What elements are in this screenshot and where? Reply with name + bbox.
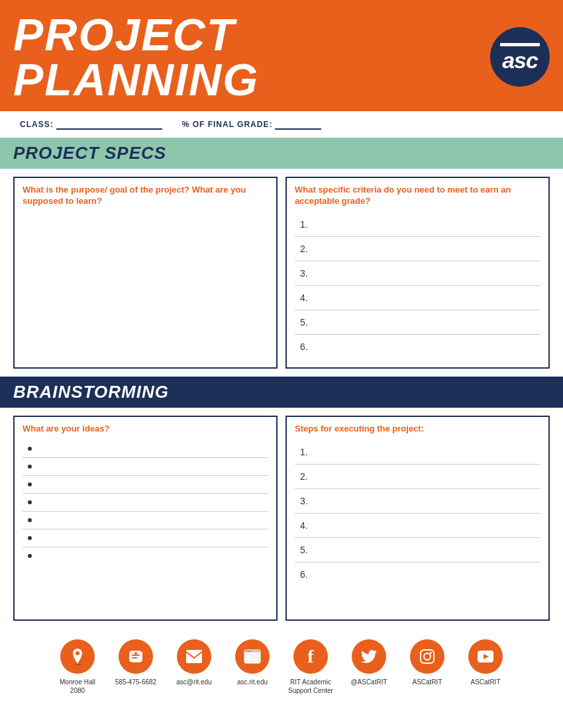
ideas-box-title: What are your ideas? — [23, 424, 268, 435]
list-item: 2. — [295, 237, 540, 261]
phone-icon — [119, 639, 153, 674]
list-item: 4. — [295, 514, 540, 538]
list-item: 3. — [295, 261, 540, 286]
steps-list: 1. 2. 3. 4. 5. 6. — [295, 440, 540, 586]
svg-rect-4 — [132, 657, 137, 659]
footer-label-youtube: ASCatRIT — [470, 678, 500, 686]
list-item: 6. — [295, 335, 540, 359]
grade-label: % OF FINAL GRADE: — [182, 120, 273, 129]
email-icon — [177, 639, 211, 674]
list-item — [23, 440, 268, 458]
ideas-box: What are your ideas? — [13, 416, 278, 621]
asc-logo: asc — [490, 27, 550, 87]
bullet-dot — [28, 500, 32, 504]
logo-text: asc — [502, 49, 538, 71]
project-specs-columns: What is the purpose/ goal of the project… — [13, 177, 550, 369]
list-item — [23, 458, 268, 476]
list-item — [23, 494, 268, 512]
facebook-icon: f — [293, 639, 328, 674]
svg-point-5 — [134, 652, 137, 655]
list-item: 1. — [295, 212, 540, 237]
criteria-list: 1. 2. 3. 4. 5. 6. — [295, 212, 540, 359]
steps-box: Steps for executing the project: 1. 2. 3… — [285, 416, 550, 621]
footer-label-location: Monroe Hall2080 — [60, 678, 95, 695]
bullet-dot — [28, 447, 32, 451]
bullet-dot — [28, 465, 32, 469]
purpose-box-title: What is the purpose/ goal of the project… — [23, 185, 268, 207]
list-item — [23, 529, 268, 547]
footer-item-youtube: ASCatRIT — [462, 639, 509, 686]
logo-bar — [500, 43, 540, 46]
svg-point-1 — [76, 651, 79, 655]
page-title: PROJECT PLANNING — [13, 12, 490, 102]
location-icon — [60, 639, 95, 674]
svg-point-10 — [248, 651, 249, 652]
svg-rect-13 — [247, 655, 251, 660]
bullet-dot — [28, 554, 32, 558]
class-underline — [56, 119, 162, 130]
svg-rect-3 — [132, 655, 140, 656]
svg-rect-14 — [252, 655, 258, 657]
bullet-dot — [28, 518, 32, 522]
purpose-box: What is the purpose/ goal of the project… — [13, 177, 278, 369]
youtube-icon — [468, 639, 503, 674]
criteria-box: What specific criteria do you need to me… — [285, 177, 550, 369]
project-specs-left-col: What is the purpose/ goal of the project… — [13, 177, 278, 369]
footer-label-phone: 585-475-6682 — [115, 678, 156, 686]
footer-item-twitter: @ASCatRIT — [346, 639, 392, 686]
brainstorming-columns: What are your ideas? Steps for executing… — [13, 416, 550, 621]
list-item: 5. — [295, 538, 540, 563]
list-item: 5. — [295, 310, 540, 335]
list-item: 4. — [295, 286, 540, 310]
list-item: 2. — [295, 465, 540, 489]
brainstorming-title: BRAINSTORMING — [13, 382, 169, 402]
footer-item-email: asc@rit.edu — [171, 639, 217, 686]
brainstorming-content: What are your ideas? Steps for executing… — [0, 408, 563, 629]
footer-label-facebook: RIT AcademicSupport Center — [288, 678, 333, 695]
project-specs-header: PROJECT SPECS — [0, 138, 563, 169]
footer-item-location: Monroe Hall2080 — [54, 639, 101, 695]
list-item: 6. — [295, 563, 540, 586]
list-item — [23, 476, 268, 494]
svg-point-9 — [246, 651, 247, 652]
svg-rect-15 — [252, 659, 258, 660]
brainstorming-header: BRAINSTORMING — [0, 377, 563, 408]
list-item: 3. — [295, 489, 540, 514]
website-icon — [235, 639, 270, 674]
list-item — [23, 512, 268, 529]
criteria-box-title: What specific criteria do you need to me… — [295, 185, 540, 207]
svg-point-11 — [250, 651, 251, 652]
footer-item-instagram: ASCatRIT — [404, 639, 450, 686]
footer-label-website: asc.rit.edu — [237, 678, 268, 686]
project-specs-content: What is the purpose/ goal of the project… — [0, 169, 563, 377]
brainstorming-left-col: What are your ideas? — [13, 416, 278, 621]
ideas-list — [23, 440, 268, 565]
footer-item-phone: 585-475-6682 — [113, 639, 159, 686]
project-specs-right-col: What specific criteria do you need to me… — [285, 177, 550, 369]
svg-point-17 — [424, 653, 431, 660]
list-item — [23, 547, 268, 565]
class-label: CLASS: — [20, 120, 54, 129]
brainstorming-right-col: Steps for executing the project: 1. 2. 3… — [285, 416, 550, 621]
list-item: 1. — [295, 440, 540, 465]
footer-label-email: asc@rit.edu — [176, 678, 212, 686]
footer-label-instagram: ASCatRIT — [412, 678, 442, 686]
footer-item-facebook: f RIT AcademicSupport Center — [287, 639, 334, 695]
bullet-dot — [28, 482, 32, 486]
grade-underline — [275, 119, 321, 130]
footer-item-website: asc.rit.edu — [229, 639, 276, 686]
header: PROJECT PLANNING asc — [0, 0, 563, 111]
svg-rect-16 — [421, 650, 434, 663]
twitter-icon — [352, 639, 386, 674]
footer: Monroe Hall2080 585-475-6682 asc@rit.edu — [0, 629, 563, 702]
instagram-icon — [410, 639, 444, 674]
footer-label-twitter: @ASCatRIT — [350, 678, 387, 686]
bullet-dot — [28, 536, 32, 540]
svg-point-18 — [430, 652, 432, 654]
svg-rect-6 — [186, 650, 202, 663]
class-line: CLASS: % OF FINAL GRADE: — [0, 111, 563, 138]
project-specs-title: PROJECT SPECS — [13, 143, 166, 163]
steps-box-title: Steps for executing the project: — [295, 424, 540, 435]
